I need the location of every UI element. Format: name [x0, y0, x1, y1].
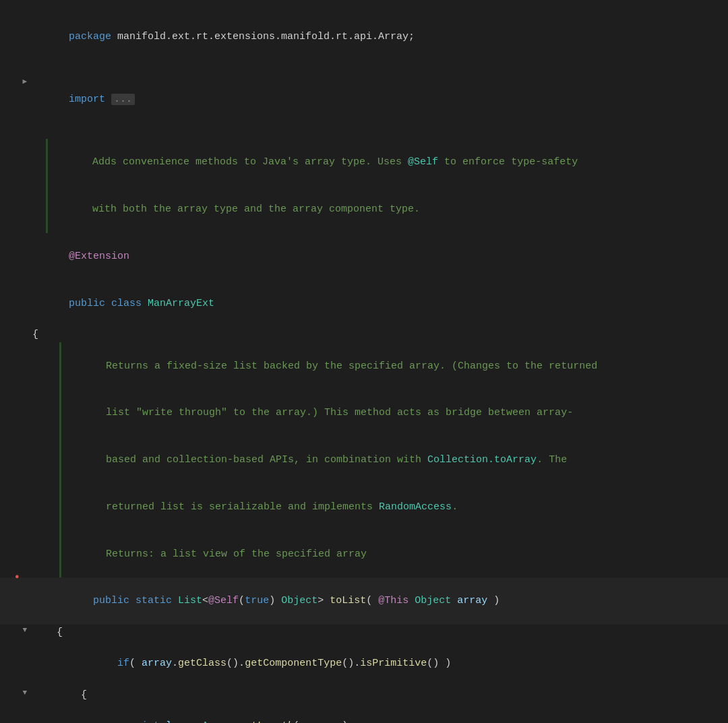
- fold-icon-method[interactable]: ▼: [22, 625, 27, 636]
- line-jdoc-4: returned list is serializable and implem…: [0, 484, 728, 531]
- line-method-open: ▼ {: [0, 625, 728, 640]
- keyword-int-1: int: [142, 720, 166, 723]
- gutter-import: ▶: [13, 76, 32, 88]
- line-jdoc-2: list "write through" to the array.) This…: [0, 389, 728, 437]
- line-jdoc-5: Returns: a list view of the specified ar…: [0, 530, 728, 577]
- keyword-package: package: [69, 31, 117, 42]
- gutter-method-open: ▼: [13, 625, 32, 636]
- fold-icon-if[interactable]: ▼: [22, 687, 27, 699]
- class-name: ManArrayExt: [148, 298, 214, 309]
- line-int-len: int len = Array.getLength( array );: [0, 703, 728, 723]
- line-empty-1: [0, 61, 728, 76]
- line-jdoc-1: Returns a fixed-size list backed by the …: [0, 342, 728, 389]
- package-name: manifold.ext.rt.extensions.manifold.rt.a…: [117, 31, 408, 42]
- content-1: package manifold.ext.rt.extensions.manif…: [32, 13, 721, 61]
- line-class-decl: public class ManArrayExt: [0, 280, 728, 327]
- line-annotation: @Extension: [0, 233, 728, 280]
- annotation-extension: @Extension: [69, 251, 129, 262]
- line-if: if( array.getClass().getComponentType().…: [0, 640, 728, 687]
- breakpoint-icon-1[interactable]: ●: [15, 571, 20, 583]
- gutter-if-open: ▼: [13, 687, 32, 699]
- line-jdoc-3: based and collection-based APIs, in comb…: [0, 437, 728, 484]
- line-comment-2: with both the array type and the array c…: [0, 186, 728, 233]
- line-import: ▶ import ...: [0, 76, 728, 123]
- fold-icon-import[interactable]: ▶: [22, 76, 27, 88]
- line-comment-1: Adds convenience methods to Java's array…: [0, 139, 728, 186]
- content-import: import ...: [32, 76, 721, 123]
- line-empty-2: [0, 123, 728, 139]
- line-method-sig: ● public static List<@Self(true) Object>…: [0, 577, 728, 625]
- line-1: package manifold.ext.rt.extensions.manif…: [0, 13, 728, 61]
- line-if-open: ▼ {: [0, 687, 728, 703]
- line-class-open: {: [0, 327, 728, 342]
- code-editor: package manifold.ext.rt.extensions.manif…: [0, 0, 728, 723]
- import-collapsed[interactable]: ...: [111, 94, 135, 105]
